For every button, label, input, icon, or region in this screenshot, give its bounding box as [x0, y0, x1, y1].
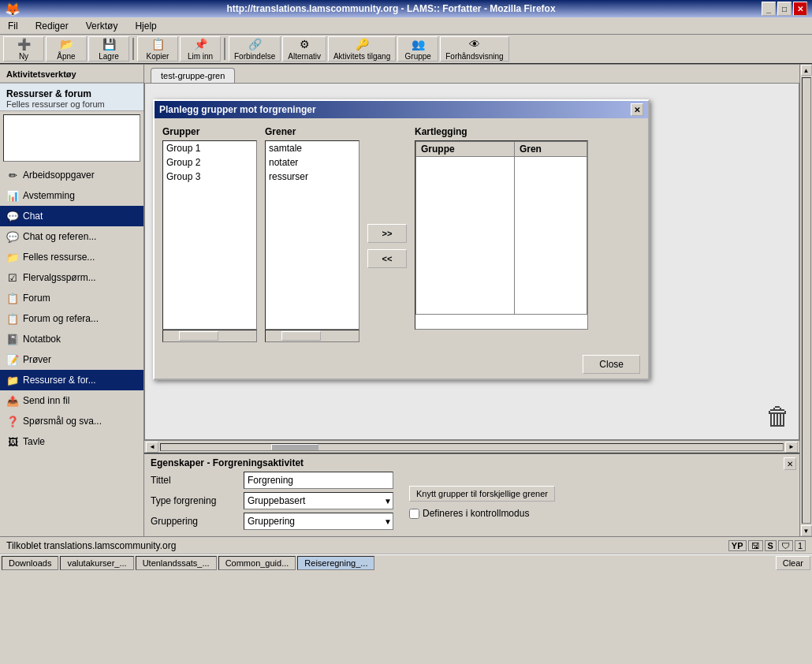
send-inn-fil-icon: 📤 [6, 394, 20, 408]
toolbar-alternativ[interactable]: ⚙ Alternativ [282, 36, 326, 62]
dialog-grener-listbox[interactable]: samtale notater ressurser [265, 140, 359, 330]
dialog-kartlegging-section: Kartlegging Gruppe Gren [415, 126, 640, 342]
sidebar-item-sporsmal-sva[interactable]: ❓ Spørsmål og sva... [0, 411, 143, 431]
properties-panel: ✕ Egenskaper - Forgreningsaktivitet Titt… [144, 453, 799, 536]
window-title: http://translations.lamscommunity.org - … [20, 3, 762, 14]
list-item[interactable]: ressurser [266, 170, 359, 184]
arrow-forward-button[interactable]: >> [367, 224, 407, 243]
properties-content: Tittel Type forgrening Gruppebasert ▼ [151, 472, 793, 533]
menu-verktoy[interactable]: Verktøy [81, 19, 123, 33]
menu-hjelp[interactable]: Hjelp [130, 19, 161, 33]
tab-bar: test-gruppe-gren [144, 65, 799, 83]
toolbar-forhandsvisning[interactable]: 👁 Forhåndsvisning [440, 36, 508, 62]
grupper-hscroll[interactable] [162, 330, 257, 342]
list-item[interactable]: Group 2 [163, 155, 256, 170]
chat-ref-icon: 💬 [6, 229, 20, 244]
minimize-button[interactable]: _ [762, 2, 776, 16]
properties-select-type[interactable]: Gruppebasert [244, 492, 393, 509]
checkbox-kontrollmodus[interactable] [409, 509, 419, 519]
arrow-back-button[interactable]: << [367, 249, 407, 268]
felles-ressurse-icon: 📁 [6, 250, 20, 264]
sidebar-item-ressurser-for[interactable]: 📁 Ressurser & for... [0, 370, 143, 390]
menubar: Fil Rediger Verktøy Hjelp [0, 17, 812, 35]
hscroll-right[interactable]: ► [785, 442, 798, 453]
toolbar-lim-inn[interactable]: 📌 Lim inn [180, 36, 221, 62]
list-item[interactable]: samtale [266, 141, 359, 155]
hscroll-track [160, 443, 784, 451]
sidebar-items: ✏ Arbeidsoppgaver 📊 Avstemming 💬 Chat 💬 … [0, 165, 143, 536]
avstemming-icon: 📊 [6, 188, 20, 203]
properties-row-tittel: Tittel [151, 472, 393, 489]
arbeidsoppgaver-icon: ✏ [6, 168, 20, 182]
maximize-button[interactable]: □ [777, 2, 792, 16]
taskbar-item-common-guid[interactable]: Common_guid... [218, 556, 296, 570]
toolbar-forbindelse[interactable]: 🔗 Forbindelse [229, 36, 281, 62]
sidebar-item-felles-ressurse[interactable]: 📁 Felles ressurse... [0, 247, 143, 267]
properties-select-type-wrap: Gruppebasert ▼ [244, 492, 393, 509]
properties-input-tittel[interactable] [244, 472, 393, 489]
sidebar-item-notatbok[interactable]: 📓 Notatbok [0, 329, 143, 349]
dialog-planlegg: Planlegg grupper mot forgreninger ✕ Grup… [153, 99, 650, 380]
sidebar-item-chat[interactable]: 💬 Chat [0, 206, 143, 226]
dialog-close-large-button[interactable]: Close [583, 355, 640, 374]
sidebar-item-send-inn-fil[interactable]: 📤 Send inn fil [0, 390, 143, 411]
sidebar-resources-header: Ressurser & forum Felles ressurser og fo… [0, 83, 143, 111]
taskbar-item-utenlandssats[interactable]: Utenlandssats_... [136, 556, 217, 570]
properties-label-type: Type forgrening [151, 495, 237, 506]
taskbar: Downloads valutakurser_... Utenlandssats… [0, 554, 812, 571]
vscroll-down[interactable]: ▼ [801, 525, 812, 536]
dialog-close-button[interactable]: ✕ [631, 103, 643, 116]
firefox-icon: 🦊 [5, 2, 20, 17]
gruppe-icon: 👥 [412, 38, 425, 50]
sidebar-item-prover[interactable]: 📝 Prøver [0, 349, 143, 370]
hscroll-left[interactable]: ◄ [146, 442, 158, 453]
sidebar-resources-sub: Felles ressurser og forum [6, 99, 137, 109]
statusbar-shield-icon: 🛡 [778, 540, 793, 551]
properties-select-gruppering[interactable]: Gruppering [244, 513, 393, 530]
menu-rediger[interactable]: Rediger [31, 19, 73, 33]
sidebar-item-flervalgssporsm[interactable]: ☑ Flervalgsspørm... [0, 267, 143, 288]
sidebar-item-forum[interactable]: 📋 Forum [0, 288, 143, 308]
sidebar-item-avstemming[interactable]: 📊 Avstemming [0, 185, 143, 206]
list-item[interactable]: Group 1 [163, 141, 256, 155]
trash-icon[interactable]: 🗑 [765, 402, 791, 431]
toolbar-apne[interactable]: 📂 Åpne [46, 36, 87, 62]
properties-close-button[interactable]: ✕ [784, 457, 796, 470]
hscroll-thumb[interactable] [271, 444, 318, 450]
vscroll-up[interactable]: ▲ [801, 65, 812, 76]
tab-test-gruppe-gren[interactable]: test-gruppe-gren [151, 68, 235, 83]
vscroll[interactable]: ▲ ▼ [799, 65, 812, 536]
taskbar-item-reiseregning[interactable]: Reiseregning_... [297, 556, 374, 570]
toolbar-lagre[interactable]: 💾 Lagre [88, 36, 129, 62]
grener-hscroll[interactable] [265, 330, 359, 342]
menu-fil[interactable]: Fil [3, 19, 23, 33]
list-item[interactable]: notater [266, 155, 359, 170]
toolbar-kopier[interactable]: 📋 Kopier [137, 36, 178, 62]
list-item[interactable]: Group 3 [163, 170, 256, 184]
close-button[interactable]: ✕ [793, 2, 807, 16]
sidebar-item-chat-ref[interactable]: 💬 Chat og referen... [0, 226, 143, 247]
toolbar-sep-1 [132, 38, 134, 60]
sidebar-item-forum-ref[interactable]: 📋 Forum og refera... [0, 308, 143, 329]
taskbar-item-valutakurser[interactable]: valutakurser_... [60, 556, 133, 570]
prover-icon: 📝 [6, 353, 20, 367]
toolbar-aktivitets-tilgang[interactable]: 🔑 Aktivitets tilgang [328, 36, 396, 62]
statusbar-1-icon: 1 [795, 540, 806, 551]
statusbar: Tilkoblet translations.lamscommunity.org… [0, 536, 812, 554]
dialog-grener-section: Grener samtale notater ressurser [265, 126, 359, 342]
taskbar-clear-button[interactable]: Clear [776, 556, 810, 570]
forbindelse-icon: 🔗 [248, 38, 262, 50]
canvas-area: Planlegg grupper mot forgreninger ✕ Grup… [144, 83, 799, 440]
properties-select-gruppering-wrap: Gruppering ▼ [244, 513, 393, 530]
toolbar-ny[interactable]: ➕ Ny [3, 36, 44, 62]
toolbar-gruppe[interactable]: 👥 Gruppe [397, 36, 438, 62]
titlebar: 🦊 http://translations.lamscommunity.org … [0, 0, 812, 17]
canvas-hscroll[interactable]: ◄ ► [144, 440, 799, 453]
knytt-button[interactable]: Knytt grupper til forskjellige grener [409, 486, 555, 502]
dialog-footer: Close [155, 350, 648, 379]
sidebar-item-arbeidsoppgaver[interactable]: ✏ Arbeidsoppgaver [0, 165, 143, 185]
dialog-grupper-listbox[interactable]: Group 1 Group 2 Group 3 [162, 140, 257, 330]
content-area: test-gruppe-gren Planlegg grupper mot fo… [144, 65, 799, 536]
taskbar-item-downloads[interactable]: Downloads [2, 556, 58, 570]
sidebar-item-tavle[interactable]: 🖼 Tavle [0, 431, 143, 452]
